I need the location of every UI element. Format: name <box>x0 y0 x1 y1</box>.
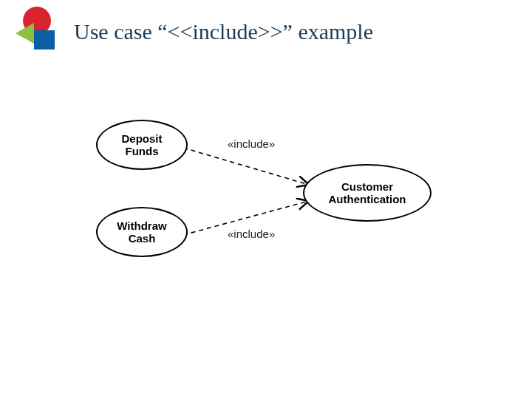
use-case-label: Withdraw <box>117 219 166 232</box>
use-case-label: Funds <box>125 145 158 157</box>
svg-line-3 <box>183 148 309 185</box>
include-label-bottom: «include» <box>228 228 275 240</box>
svg-rect-2 <box>34 30 55 50</box>
use-case-label: Customer <box>341 180 393 193</box>
logo-icon <box>10 4 62 56</box>
slide: Use case “<<include>>” example Deposit F… <box>0 0 532 399</box>
use-case-label: Cash <box>129 232 156 245</box>
use-case-customer-authentication: Customer Authentication <box>303 164 432 222</box>
slide-title: Use case “<<include>>” example <box>74 19 373 44</box>
use-case-label: Authentication <box>329 193 406 205</box>
use-case-label: Deposit <box>121 132 162 145</box>
use-case-diagram: Deposit Funds Withdraw Cash Customer Aut… <box>96 111 436 281</box>
use-case-withdraw-cash: Withdraw Cash <box>96 207 188 257</box>
use-case-deposit-funds: Deposit Funds <box>96 120 188 170</box>
include-label-top: «include» <box>228 137 275 150</box>
